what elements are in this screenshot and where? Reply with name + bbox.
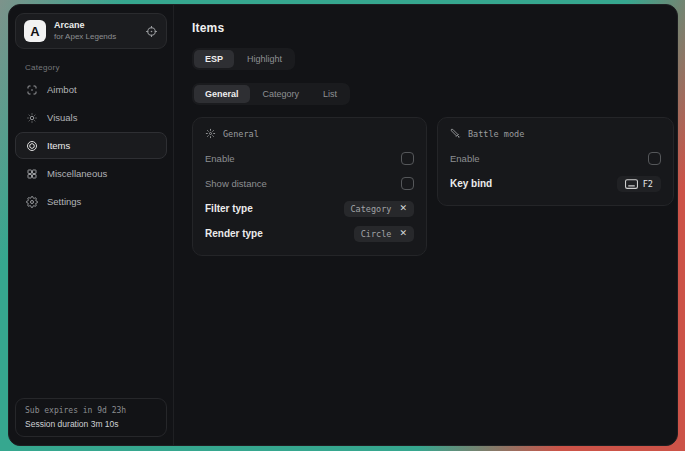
sidebar-item-label: Miscellaneous	[47, 168, 107, 179]
app-header-card: A Arcane for Apex Legends	[15, 13, 167, 49]
setting-label: Filter type	[205, 203, 253, 214]
sidebar-item-visuals[interactable]: Visuals	[15, 104, 167, 131]
setting-row-show-distance: Show distance	[205, 172, 414, 195]
filter-type-select[interactable]: Category ✕	[344, 201, 415, 217]
sidebar-item-label: Visuals	[47, 112, 77, 123]
keyboard-icon	[625, 179, 638, 189]
setting-label: Show distance	[205, 178, 267, 189]
sidebar-item-label: Settings	[47, 196, 81, 207]
clear-icon[interactable]: ✕	[399, 229, 407, 238]
render-type-value: Circle	[361, 229, 392, 239]
setting-row-key-bind: Key bind F2	[450, 172, 661, 195]
tab-highlight[interactable]: Highlight	[236, 50, 293, 68]
setting-row-filter-type: Filter type Category ✕	[205, 197, 414, 220]
sword-icon	[450, 128, 461, 139]
gear-icon	[26, 196, 38, 208]
enable-checkbox[interactable]	[401, 152, 414, 165]
setting-row-enable: Enable	[205, 147, 414, 170]
sub-tabs: General Category List	[192, 83, 350, 105]
setting-label: Enable	[450, 153, 480, 164]
battle-card-header: Battle mode	[450, 128, 661, 139]
crosshair-icon	[26, 84, 38, 96]
sub-expiry-text: Sub expires in 9d 23h	[25, 406, 157, 415]
mode-tabs: ESP Highlight	[192, 48, 295, 70]
sidebar-item-label: Items	[47, 140, 70, 151]
page-title: Items	[192, 21, 674, 35]
app-meta: Arcane for Apex Legends	[54, 20, 137, 41]
battle-card-title: Battle mode	[468, 129, 524, 139]
sidebar-item-aimbot[interactable]: Aimbot	[15, 76, 167, 103]
main-content: Items ESP Highlight General Category Lis…	[174, 5, 678, 445]
sparkle-icon	[205, 128, 216, 139]
target-icon[interactable]	[145, 25, 158, 38]
sidebar-item-settings[interactable]: Settings	[15, 188, 167, 215]
battle-enable-checkbox[interactable]	[648, 152, 661, 165]
eye-icon	[26, 112, 38, 124]
keybind-button[interactable]: F2	[617, 176, 661, 192]
clear-icon[interactable]: ✕	[399, 204, 407, 213]
app-name: Arcane	[54, 20, 137, 31]
keybind-value: F2	[643, 179, 653, 189]
sidebar-nav: Aimbot Visuals	[15, 76, 167, 215]
render-type-select[interactable]: Circle ✕	[354, 226, 414, 242]
tab-general[interactable]: General	[194, 85, 250, 103]
setting-row-enable-battle: Enable	[450, 147, 661, 170]
general-card-header: General	[205, 128, 414, 139]
sidebar-item-miscellaneous[interactable]: Miscellaneous	[15, 160, 167, 187]
category-label: Category	[25, 63, 167, 72]
setting-label: Key bind	[450, 178, 492, 189]
box-icon	[26, 140, 38, 152]
setting-row-render-type: Render type Circle ✕	[205, 222, 414, 245]
sidebar-item-items[interactable]: Items	[15, 132, 167, 159]
show-distance-checkbox[interactable]	[401, 177, 414, 190]
battle-mode-card: Battle mode Enable Key bind	[437, 117, 674, 206]
general-card: General Enable Show distance Filter type…	[192, 117, 427, 256]
setting-label: Render type	[205, 228, 263, 239]
session-duration-text: Session duration 3m 10s	[25, 419, 157, 429]
tab-category[interactable]: Category	[252, 85, 311, 103]
tab-esp[interactable]: ESP	[194, 50, 234, 68]
sidebar-spacer	[15, 215, 167, 398]
app-logo: A	[24, 20, 46, 42]
sidebar: A Arcane for Apex Legends Category	[9, 5, 174, 445]
setting-label: Enable	[205, 153, 235, 164]
filter-type-value: Category	[351, 204, 392, 214]
general-card-title: General	[223, 129, 259, 139]
tab-list[interactable]: List	[312, 85, 348, 103]
app-subtitle: for Apex Legends	[54, 32, 137, 42]
app-window: A Arcane for Apex Legends Category	[8, 4, 678, 446]
sidebar-item-label: Aimbot	[47, 84, 77, 95]
grid-icon	[26, 168, 38, 180]
subscription-card: Sub expires in 9d 23h Session duration 3…	[15, 398, 167, 437]
settings-cards: General Enable Show distance Filter type…	[192, 117, 674, 256]
